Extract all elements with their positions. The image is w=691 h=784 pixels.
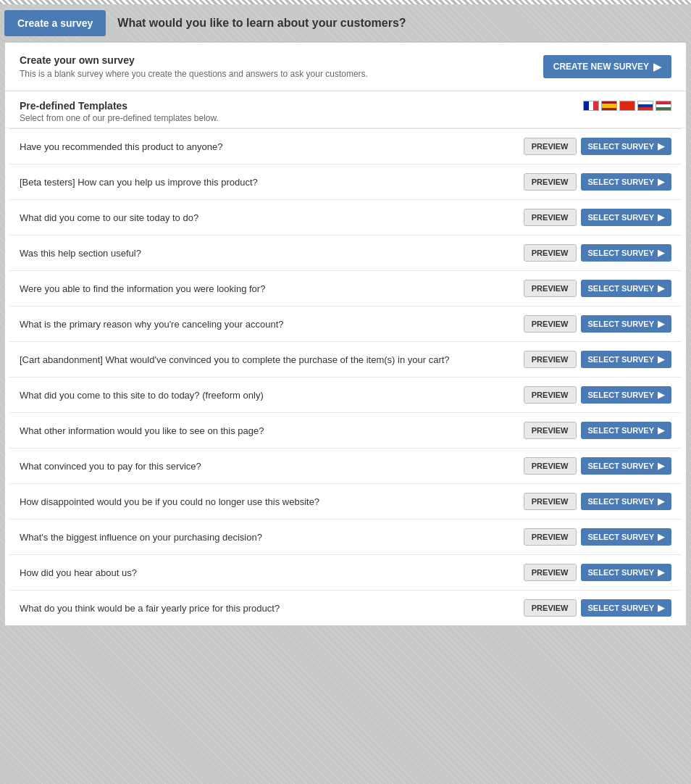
template-row: What convinced you to pay for this servi… — [9, 449, 682, 484]
select-survey-button[interactable]: SELECT SURVEY▶ — [581, 564, 672, 581]
select-survey-button[interactable]: SELECT SURVEY▶ — [581, 457, 672, 475]
template-name: What is the primary reason why you're ca… — [20, 319, 524, 330]
template-row: Was this help section useful?PREVIEWSELE… — [9, 235, 682, 271]
flag-spanish-icon[interactable] — [601, 101, 617, 111]
select-survey-button[interactable]: SELECT SURVEY▶ — [581, 528, 672, 546]
template-actions: PREVIEWSELECT SURVEY▶ — [524, 493, 671, 510]
template-row: Were you able to find the information yo… — [9, 271, 682, 306]
preview-button[interactable]: PREVIEW — [524, 386, 577, 404]
create-own-heading: Create your own survey — [20, 54, 368, 66]
template-name: What did you come to our site today to d… — [20, 212, 524, 223]
select-survey-button[interactable]: SELECT SURVEY▶ — [581, 599, 672, 617]
template-actions: PREVIEWSELECT SURVEY▶ — [524, 457, 671, 475]
template-row: Have you recommended this product to any… — [9, 129, 682, 164]
template-name: How disappointed would you be if you cou… — [20, 496, 524, 507]
template-name: How did you hear about us? — [20, 567, 524, 578]
preview-button[interactable]: PREVIEW — [524, 209, 577, 226]
template-name: What did you come to this site to do tod… — [20, 390, 524, 401]
flag-chinese-icon[interactable] — [619, 101, 635, 111]
select-survey-arrow-icon: ▶ — [658, 532, 664, 542]
preview-button[interactable]: PREVIEW — [524, 457, 577, 475]
select-survey-button[interactable]: SELECT SURVEY▶ — [581, 351, 672, 368]
flag-hungarian-icon[interactable] — [656, 101, 671, 111]
template-name: What convinced you to pay for this servi… — [20, 461, 524, 472]
template-name: Was this help section useful? — [20, 248, 524, 259]
template-name: Have you recommended this product to any… — [20, 141, 524, 152]
select-survey-label: SELECT SURVEY — [588, 320, 655, 328]
preview-button[interactable]: PREVIEW — [524, 528, 577, 546]
predefined-heading: Pre-defined Templates — [20, 100, 127, 112]
select-survey-arrow-icon: ▶ — [658, 496, 664, 506]
select-survey-button[interactable]: SELECT SURVEY▶ — [581, 173, 672, 191]
preview-button[interactable]: PREVIEW — [524, 351, 577, 368]
template-actions: PREVIEWSELECT SURVEY▶ — [524, 280, 671, 297]
select-survey-label: SELECT SURVEY — [588, 568, 655, 577]
templates-list: Have you recommended this product to any… — [9, 128, 682, 625]
preview-button[interactable]: PREVIEW — [524, 280, 577, 297]
select-survey-arrow-icon: ▶ — [658, 354, 664, 364]
preview-button[interactable]: PREVIEW — [524, 599, 577, 617]
template-actions: PREVIEWSELECT SURVEY▶ — [524, 351, 671, 368]
template-actions: PREVIEWSELECT SURVEY▶ — [524, 138, 671, 155]
select-survey-label: SELECT SURVEY — [588, 391, 655, 399]
select-survey-button[interactable]: SELECT SURVEY▶ — [581, 386, 672, 404]
select-survey-arrow-icon: ▶ — [658, 425, 664, 435]
create-own-section: Create your own survey This is a blank s… — [5, 43, 686, 91]
flag-russian-icon[interactable] — [637, 101, 653, 111]
select-survey-label: SELECT SURVEY — [588, 355, 655, 364]
template-row: How did you hear about us?PREVIEWSELECT … — [9, 555, 682, 591]
select-survey-arrow-icon: ▶ — [658, 567, 664, 577]
template-actions: PREVIEWSELECT SURVEY▶ — [524, 528, 671, 546]
preview-button[interactable]: PREVIEW — [524, 422, 577, 439]
preview-button[interactable]: PREVIEW — [524, 173, 577, 191]
template-name: What do you think would be a fair yearly… — [20, 603, 524, 614]
select-survey-button[interactable]: SELECT SURVEY▶ — [581, 422, 672, 439]
select-survey-label: SELECT SURVEY — [588, 213, 655, 222]
select-survey-button[interactable]: SELECT SURVEY▶ — [581, 493, 672, 510]
select-survey-arrow-icon: ▶ — [658, 461, 664, 471]
template-actions: PREVIEWSELECT SURVEY▶ — [524, 422, 671, 439]
select-survey-button[interactable]: SELECT SURVEY▶ — [581, 244, 672, 262]
template-actions: PREVIEWSELECT SURVEY▶ — [524, 599, 671, 617]
select-survey-label: SELECT SURVEY — [588, 284, 655, 293]
select-survey-arrow-icon: ▶ — [658, 177, 664, 187]
select-survey-arrow-icon: ▶ — [658, 141, 664, 151]
template-actions: PREVIEWSELECT SURVEY▶ — [524, 209, 671, 226]
template-actions: PREVIEWSELECT SURVEY▶ — [524, 244, 671, 262]
select-survey-label: SELECT SURVEY — [588, 533, 655, 541]
template-row: What did you come to our site today to d… — [9, 200, 682, 235]
template-row: How disappointed would you be if you cou… — [9, 484, 682, 520]
preview-button[interactable]: PREVIEW — [524, 564, 577, 581]
create-survey-button[interactable]: Create a survey — [4, 10, 106, 36]
predefined-subtitle: Select from one of our pre-defined templ… — [20, 113, 671, 123]
select-survey-button[interactable]: SELECT SURVEY▶ — [581, 315, 672, 333]
template-name: [Beta testers] How can you help us impro… — [20, 177, 524, 188]
select-survey-button[interactable]: SELECT SURVEY▶ — [581, 138, 672, 155]
select-survey-arrow-icon: ▶ — [658, 212, 664, 222]
preview-button[interactable]: PREVIEW — [524, 315, 577, 333]
select-survey-arrow-icon: ▶ — [658, 390, 664, 400]
select-survey-arrow-icon: ▶ — [658, 283, 664, 293]
select-survey-label: SELECT SURVEY — [588, 462, 655, 470]
create-own-description: This is a blank survey where you create … — [20, 69, 368, 79]
select-survey-button[interactable]: SELECT SURVEY▶ — [581, 280, 672, 297]
create-new-survey-button[interactable]: CREATE NEW SURVEY ▶ — [543, 55, 671, 78]
template-row: What's the biggest influence on your pur… — [9, 520, 682, 555]
template-name: Were you able to find the information yo… — [20, 283, 524, 294]
flag-french-icon[interactable] — [583, 101, 599, 111]
preview-button[interactable]: PREVIEW — [524, 244, 577, 262]
page-title: What would you like to learn about your … — [117, 17, 406, 30]
create-new-survey-label: CREATE NEW SURVEY — [553, 62, 649, 72]
template-name: What other information would you like to… — [20, 425, 524, 436]
template-actions: PREVIEWSELECT SURVEY▶ — [524, 173, 671, 191]
select-survey-label: SELECT SURVEY — [588, 426, 655, 435]
preview-button[interactable]: PREVIEW — [524, 493, 577, 510]
template-name: [Cart abandonment] What would've convinc… — [20, 354, 524, 365]
select-survey-label: SELECT SURVEY — [588, 178, 655, 186]
select-survey-arrow-icon: ▶ — [658, 319, 664, 329]
preview-button[interactable]: PREVIEW — [524, 138, 577, 155]
select-survey-label: SELECT SURVEY — [588, 249, 655, 257]
select-survey-button[interactable]: SELECT SURVEY▶ — [581, 209, 672, 226]
select-survey-label: SELECT SURVEY — [588, 142, 655, 151]
template-row: What do you think would be a fair yearly… — [9, 591, 682, 625]
